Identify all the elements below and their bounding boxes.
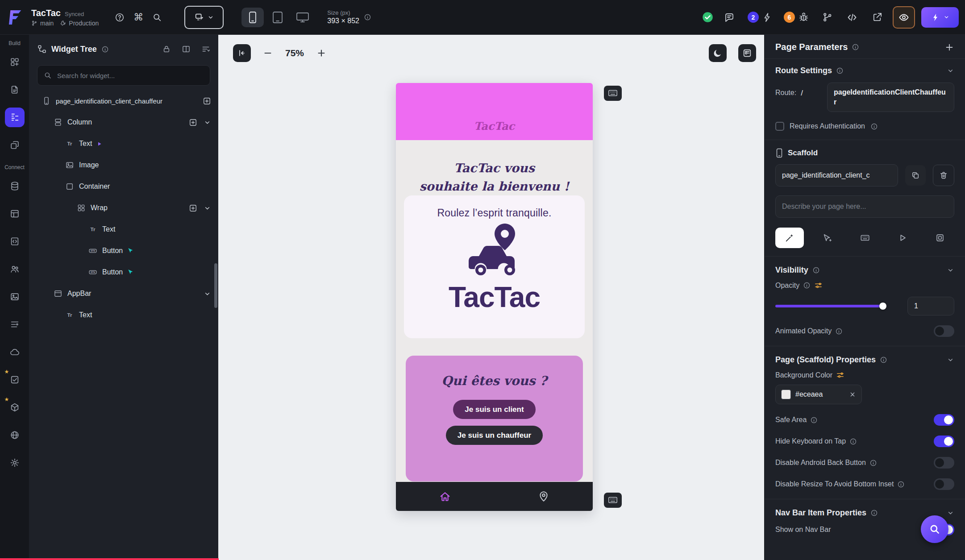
- device-tablet-button[interactable]: [266, 8, 289, 27]
- navbar-props-collapse[interactable]: [947, 509, 954, 517]
- lock-canvas-button[interactable]: [162, 45, 171, 54]
- route-settings-collapse[interactable]: [947, 67, 954, 75]
- dark-mode-toggle[interactable]: [709, 44, 727, 62]
- rail-item-media-assets[interactable]: [5, 287, 25, 307]
- rail-item-team[interactable]: [5, 259, 25, 279]
- code-view-button[interactable]: [843, 8, 861, 27]
- scaffold-name-input[interactable]: [775, 164, 898, 187]
- nav-home-icon[interactable]: [396, 490, 495, 503]
- rail-item-components[interactable]: [5, 135, 25, 155]
- widget-search-input[interactable]: [56, 71, 204, 80]
- nav-location-icon[interactable]: [495, 491, 593, 502]
- tree-row-text[interactable]: Tr Text: [29, 133, 218, 154]
- tree-row-wrap[interactable]: Wrap: [29, 197, 218, 219]
- background-color-picker[interactable]: #eceaea: [775, 385, 862, 404]
- rail-item-tests[interactable]: ★: [5, 370, 25, 390]
- welcome-text-widget[interactable]: TacTac vous souhaite la bienvenu !: [396, 159, 593, 195]
- rail-item-settings[interactable]: [5, 453, 25, 473]
- tree-row-button[interactable]: BTN Button: [29, 261, 218, 283]
- color-swatch[interactable]: [781, 390, 791, 399]
- disable-resize-toggle[interactable]: [934, 478, 954, 490]
- tree-row-text[interactable]: Tr Text: [29, 219, 218, 240]
- collapse-panel-button[interactable]: [233, 44, 251, 62]
- run-button[interactable]: [921, 7, 959, 28]
- rail-item-localization[interactable]: [5, 425, 25, 445]
- chat-button[interactable]: [720, 8, 739, 27]
- tab-pointer[interactable]: [813, 228, 841, 248]
- rail-item-packages[interactable]: ★: [5, 398, 25, 417]
- warnings-group[interactable]: 2: [748, 12, 772, 23]
- rail-item-database[interactable]: [5, 176, 25, 196]
- wrap-widget[interactable]: Qui êtes vous ? Je suis un client Je sui…: [406, 356, 583, 481]
- help-search-fab[interactable]: [921, 515, 948, 543]
- rail-item-custom-code[interactable]: [5, 232, 25, 251]
- collapse-node-icon[interactable]: [204, 119, 211, 126]
- keyboard-toggle-top[interactable]: [604, 86, 622, 101]
- flutterflow-logo[interactable]: [5, 8, 25, 27]
- tree-row-text[interactable]: Tr Text: [29, 304, 218, 326]
- tab-magic[interactable]: [775, 228, 804, 248]
- delete-widget-button[interactable]: [933, 165, 954, 186]
- container-widget[interactable]: Roulez l’esprit tranquille. TacTac: [404, 195, 585, 338]
- device-phone-button[interactable]: [241, 8, 264, 27]
- tree-row-page-identification-client-chauffeur[interactable]: page_identification_client_chauffeur: [29, 90, 218, 112]
- safe-area-toggle[interactable]: [934, 414, 954, 426]
- opacity-value-input[interactable]: [907, 297, 954, 315]
- search-button[interactable]: [148, 8, 166, 27]
- deploy-status-icon[interactable]: [702, 11, 714, 23]
- rail-item-widget-palette[interactable]: [5, 52, 25, 72]
- set-from-variable-icon[interactable]: [836, 371, 844, 379]
- device-desktop-button[interactable]: [291, 8, 314, 27]
- collapse-node-icon[interactable]: [204, 290, 211, 298]
- visibility-collapse[interactable]: [947, 266, 954, 274]
- tree-row-container[interactable]: Container: [29, 176, 218, 197]
- question-text[interactable]: Qui êtes vous ?: [406, 373, 583, 388]
- tree-row-appbar[interactable]: AppBar: [29, 283, 218, 304]
- rail-item-data-types[interactable]: [5, 204, 25, 224]
- tree-scrollbar[interactable]: [214, 263, 217, 308]
- preview-button[interactable]: [893, 6, 915, 29]
- keyboard-toggle-bottom[interactable]: [604, 493, 622, 508]
- canvas-mode-dropdown[interactable]: [184, 6, 224, 29]
- page-description-input[interactable]: [775, 195, 954, 218]
- tab-frame[interactable]: [926, 228, 954, 248]
- help-button[interactable]: [110, 8, 129, 27]
- appbar-title-text[interactable]: TacTac: [396, 120, 593, 133]
- tree-row-column[interactable]: Column: [29, 112, 218, 133]
- car-location-icon[interactable]: [461, 223, 528, 280]
- zoom-in-button[interactable]: [315, 46, 328, 60]
- rail-item-cloud-functions[interactable]: [5, 342, 25, 362]
- opacity-slider[interactable]: [775, 305, 886, 307]
- opacity-slider-thumb[interactable]: [879, 303, 886, 310]
- zoom-out-button[interactable]: [261, 46, 275, 60]
- command-menu-button[interactable]: ⌘: [129, 8, 148, 27]
- set-from-variable-icon[interactable]: [814, 281, 823, 290]
- add-widget-icon[interactable]: [189, 118, 197, 127]
- animated-opacity-toggle[interactable]: [934, 325, 954, 337]
- rail-item-app-values[interactable]: [5, 315, 25, 334]
- requires-auth-checkbox[interactable]: [775, 122, 784, 131]
- canvas-settings-button[interactable]: [738, 44, 756, 62]
- brand-logo-text[interactable]: TacTac: [404, 281, 585, 314]
- environment-name[interactable]: Production: [69, 20, 99, 27]
- phone-preview[interactable]: TacTac TacTac vous souhaite la bienvenu …: [396, 83, 593, 511]
- errors-group[interactable]: 6: [784, 12, 809, 23]
- add-widget-icon[interactable]: [189, 204, 197, 212]
- disable-back-toggle[interactable]: [934, 457, 954, 469]
- chauffeur-button[interactable]: Je suis un chauffeur: [446, 426, 543, 445]
- tree-row-image[interactable]: Image: [29, 154, 218, 176]
- open-external-button[interactable]: [868, 8, 886, 27]
- tab-keyboard[interactable]: [851, 228, 879, 248]
- appbar-widget[interactable]: TacTac: [396, 83, 593, 140]
- tab-run[interactable]: [888, 228, 917, 248]
- add-widget-icon[interactable]: [203, 97, 211, 105]
- collapse-node-icon[interactable]: [204, 204, 211, 212]
- rail-item-widget-tree[interactable]: [5, 108, 25, 127]
- scaffold-props-collapse[interactable]: [947, 356, 954, 364]
- branch-name[interactable]: main: [40, 20, 54, 27]
- route-input[interactable]: pageIdentificationClientChauffeur: [827, 83, 954, 112]
- panel-layout-button[interactable]: [182, 45, 191, 54]
- branching-button[interactable]: [818, 8, 836, 27]
- add-parameter-button[interactable]: [944, 42, 954, 52]
- hide-keyboard-toggle[interactable]: [934, 436, 954, 447]
